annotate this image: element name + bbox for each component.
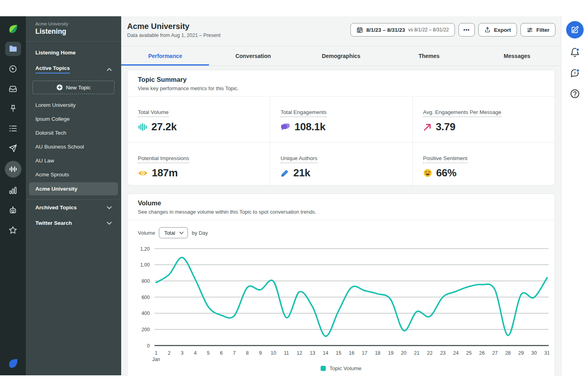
- product-feedback-button[interactable]: [570, 68, 580, 80]
- export-icon: [484, 27, 491, 33]
- sidebar-item-reports[interactable]: [5, 183, 21, 197]
- topic-item[interactable]: AU Business School: [26, 140, 121, 154]
- filter-label: Filter: [536, 27, 549, 33]
- metric-label[interactable]: Total Engagements: [280, 109, 327, 117]
- legend-label: Topic Volume: [329, 365, 361, 371]
- svg-text:6: 6: [220, 350, 223, 356]
- topic-header: Acme University Data available from Aug …: [121, 16, 561, 46]
- sidebar-item-premium[interactable]: [5, 223, 21, 237]
- notifications-button[interactable]: [570, 47, 580, 59]
- feedback-bubble-icon: [570, 68, 580, 78]
- metric-positive-sentiment: Positive Sentiment 66%: [412, 142, 555, 188]
- svg-text:22: 22: [427, 350, 433, 356]
- sidebar-title: Listening: [35, 27, 112, 36]
- svg-text:21: 21: [414, 350, 420, 356]
- pin-icon: [9, 104, 17, 113]
- svg-text:23: 23: [440, 350, 446, 356]
- paper-plane-icon: [8, 144, 17, 153]
- metric-value: 3.79: [436, 121, 455, 133]
- metric-value: 66%: [436, 167, 456, 179]
- main-content: Acme University Data available from Aug …: [121, 16, 561, 376]
- export-button[interactable]: Export: [478, 23, 517, 37]
- folder-icon: [8, 44, 18, 54]
- star-icon: [8, 226, 17, 235]
- metric-value: 187m: [152, 167, 178, 179]
- sidebar-item-automation[interactable]: [5, 203, 21, 217]
- metric-label[interactable]: Total Volume: [138, 109, 168, 117]
- svg-text:11: 11: [284, 350, 289, 356]
- sidebar-item-twitter-search[interactable]: Twitter Search: [26, 215, 121, 231]
- tab-conversation[interactable]: Conversation: [209, 46, 297, 66]
- sidebar-item-pinned[interactable]: [5, 101, 21, 116]
- svg-text:25: 25: [466, 350, 472, 356]
- archived-topics-label: Archived Topics: [35, 205, 77, 210]
- topic-item-selected[interactable]: Acme University: [29, 182, 118, 195]
- volume-card: Volume See changes in message volume wit…: [127, 193, 555, 376]
- waveform-icon: [138, 123, 147, 131]
- metric-avg-engagements: Avg. Engagements Per Message 3.79: [412, 97, 555, 142]
- eye-icon: [138, 169, 148, 177]
- svg-text:400: 400: [141, 311, 150, 316]
- chevron-up-icon: [107, 68, 112, 71]
- chat-bubbles-icon: [280, 123, 290, 131]
- new-topic-button[interactable]: New Topic: [33, 81, 114, 94]
- tab-messages[interactable]: Messages: [473, 46, 561, 66]
- plus-circle-icon: [56, 84, 63, 91]
- topic-item[interactable]: Dolorsit Tech: [26, 126, 121, 140]
- notification-badge: [576, 48, 579, 51]
- inbox-icon: [8, 84, 17, 93]
- metric-label[interactable]: Potential Impressions: [138, 155, 189, 163]
- tab-demographics[interactable]: Demographics: [297, 46, 385, 66]
- filter-sliders-icon: [526, 27, 533, 33]
- tab-themes[interactable]: Themes: [385, 46, 473, 66]
- svg-text:20: 20: [401, 350, 406, 356]
- svg-text:31: 31: [544, 350, 549, 356]
- sidebar-item-folders[interactable]: [5, 42, 21, 56]
- compose-icon: [571, 25, 579, 34]
- topic-item[interactable]: Ipsum College: [26, 112, 121, 126]
- help-button[interactable]: [570, 89, 580, 100]
- svg-text:29: 29: [518, 350, 524, 356]
- svg-text:14: 14: [323, 350, 328, 356]
- listening-sidebar: Acme University Listening Listening Home…: [26, 16, 121, 375]
- sprout-leaf-blue[interactable]: [5, 356, 21, 371]
- export-label: Export: [494, 27, 511, 33]
- volume-control-suffix: by Day: [192, 230, 208, 236]
- volume-subtitle: See changes in message volume within thi…: [138, 209, 544, 215]
- topic-item[interactable]: Lorem University: [26, 98, 121, 112]
- volume-metric-dropdown[interactable]: Total: [159, 227, 188, 238]
- metric-label[interactable]: Unique Authors: [280, 155, 317, 163]
- svg-text:7: 7: [233, 350, 236, 356]
- sidebar-item-archived-topics[interactable]: Archived Topics: [26, 200, 121, 215]
- topic-summary-subtitle: View key performance metrics for this To…: [138, 85, 544, 91]
- chevron-down-icon: [179, 232, 184, 234]
- metric-label[interactable]: Avg. Engagements Per Message: [423, 109, 501, 117]
- sidebar-item-inbox[interactable]: [5, 81, 21, 96]
- compose-button[interactable]: [566, 21, 584, 39]
- more-options-button[interactable]: •••: [458, 23, 475, 37]
- sprout-logo[interactable]: [5, 22, 21, 36]
- calendar-icon: [356, 27, 363, 33]
- topic-item[interactable]: AU Law: [26, 154, 121, 168]
- volume-chart: 02004006008001,001,201Jan234567891011121…: [128, 238, 555, 364]
- metric-value: 21k: [293, 167, 310, 179]
- sidebar-item-listening-home[interactable]: Listening Home: [26, 45, 121, 60]
- sidebar-item-tasks[interactable]: [5, 121, 21, 135]
- topic-item[interactable]: Acme Sprouts: [26, 168, 121, 182]
- trend-up-arrow-icon: [423, 123, 432, 131]
- volume-line-chart[interactable]: 02004006008001,001,201Jan234567891011121…: [134, 242, 549, 362]
- app-icon-rail: [0, 16, 26, 375]
- metric-value: 27.2k: [151, 121, 177, 133]
- sidebar-item-listening[interactable]: [5, 161, 21, 178]
- chevron-down-icon: [107, 206, 112, 209]
- filter-button[interactable]: Filter: [520, 23, 555, 37]
- tab-performance[interactable]: Performance: [121, 46, 209, 66]
- sidebar-item-publishing[interactable]: [5, 141, 21, 155]
- volume-title: Volume: [138, 199, 544, 207]
- svg-text:1,00: 1,00: [140, 262, 150, 268]
- svg-text:12: 12: [297, 350, 302, 356]
- metric-label[interactable]: Positive Sentiment: [423, 155, 468, 163]
- sidebar-item-dashboard[interactable]: [5, 62, 21, 76]
- sidebar-item-active-topics[interactable]: Active Topics: [26, 60, 121, 78]
- date-range-button[interactable]: 8/1/23 – 8/31/23 vs 8/1/22 – 8/31/22: [350, 23, 455, 37]
